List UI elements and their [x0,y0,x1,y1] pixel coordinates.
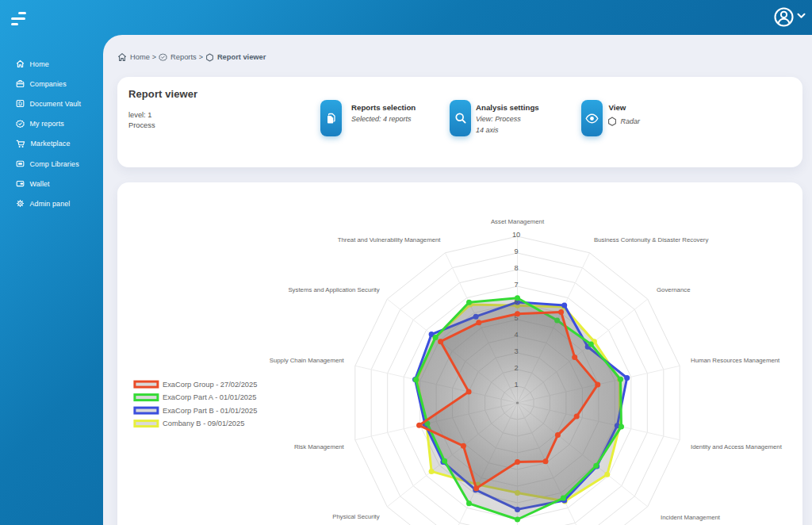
svg-text:Risk Management: Risk Management [294,443,345,450]
svg-text:Threat and Vulnerability Manag: Threat and Vulnerability Management [338,236,442,243]
svg-text:Identity and Access Management: Identity and Access Management [691,443,783,450]
svg-text:Systems and Application Securi: Systems and Application Security [288,286,379,293]
svg-text:Incident Management: Incident Management [661,514,721,521]
svg-text:9: 9 [514,247,518,255]
svg-text:ExaCorp Part B - 01/01/2025: ExaCorp Part B - 01/01/2025 [163,407,257,415]
svg-text:Governance: Governance [657,286,690,293]
svg-text:Physical Security: Physical Security [332,513,379,520]
svg-text:Human Resources Management: Human Resources Management [691,357,780,364]
svg-text:7: 7 [514,281,518,289]
svg-text:Supply Chain Management: Supply Chain Management [270,357,345,364]
svg-text:10: 10 [512,231,520,239]
svg-text:Business Contonuity & Disaster: Business Contonuity & Disaster Recovery [594,236,708,243]
svg-text:Asset Management: Asset Management [491,218,545,225]
svg-text:8: 8 [514,264,518,272]
svg-text:Combany B - 09/01/2025: Combany B - 09/01/2025 [163,420,244,427]
svg-text:ExaCorp Part A - 01/01/2025: ExaCorp Part A - 01/01/2025 [163,393,256,401]
svg-text:ExaCorp Group - 27/02/2025: ExaCorp Group - 27/02/2025 [163,381,257,389]
